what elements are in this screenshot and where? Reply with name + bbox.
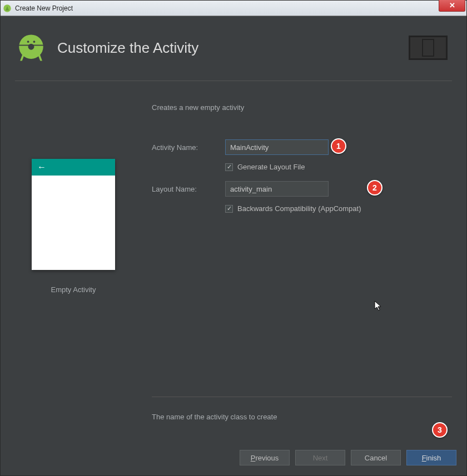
back-arrow-icon: ←	[37, 162, 46, 172]
annotation-2: 2	[367, 180, 382, 196]
button-bar: Previous Next Cancel Finish 3	[1, 443, 466, 475]
info-text: The name of the activity class to create	[152, 413, 452, 421]
form-description: Creates a new empty activity	[152, 103, 452, 112]
svg-point-5	[33, 41, 36, 43]
layout-name-label: Layout Name:	[152, 185, 225, 193]
android-studio-logo-icon	[15, 32, 47, 64]
backwards-compat-label: Backwards Compatibility (AppCompat)	[237, 204, 361, 213]
checkbox-icon: ✓	[225, 205, 233, 213]
preview-appbar: ←	[32, 159, 115, 176]
close-button[interactable]: ✕	[439, 0, 465, 12]
titlebar[interactable]: Create New Project ✕	[1, 1, 466, 16]
generate-layout-checkbox[interactable]: ✓ Generate Layout File	[225, 163, 452, 171]
generate-layout-label: Generate Layout File	[237, 163, 305, 171]
checkbox-icon: ✓	[225, 163, 233, 171]
previous-button[interactable]: Previous	[240, 450, 290, 465]
backwards-compat-checkbox[interactable]: ✓ Backwards Compatibility (AppCompat)	[225, 204, 452, 213]
android-studio-icon	[3, 4, 12, 13]
preview-column: ← Empty Activity	[15, 103, 132, 443]
activity-name-input[interactable]	[225, 139, 329, 155]
cancel-button[interactable]: Cancel	[351, 450, 401, 465]
content-area: Customize the Activity ← Empty Activity …	[1, 16, 466, 443]
svg-point-2	[28, 44, 34, 50]
activity-name-row: Activity Name: 1	[152, 139, 452, 155]
info-divider	[152, 397, 452, 397]
devices-icon	[409, 36, 448, 60]
finish-button[interactable]: Finish	[406, 450, 456, 465]
main-panel: ← Empty Activity Creates a new empty act…	[11, 81, 456, 443]
activity-preview: ←	[32, 159, 115, 270]
header-title: Customize the Activity	[57, 39, 409, 57]
annotation-1: 1	[331, 138, 346, 154]
window-title: Create New Project	[15, 4, 73, 12]
wizard-window: Create New Project ✕ Customize the Activ…	[0, 0, 467, 476]
layout-name-input[interactable]	[225, 181, 329, 197]
layout-name-row: Layout Name: 2	[152, 181, 452, 197]
header: Customize the Activity	[11, 16, 456, 81]
close-icon: ✕	[449, 1, 455, 9]
form-column: Creates a new empty activity Activity Na…	[152, 103, 452, 443]
preview-label: Empty Activity	[15, 285, 132, 294]
svg-point-4	[27, 41, 29, 43]
next-button[interactable]: Next	[295, 450, 345, 465]
activity-name-label: Activity Name:	[152, 143, 225, 152]
svg-rect-3	[17, 45, 46, 46]
